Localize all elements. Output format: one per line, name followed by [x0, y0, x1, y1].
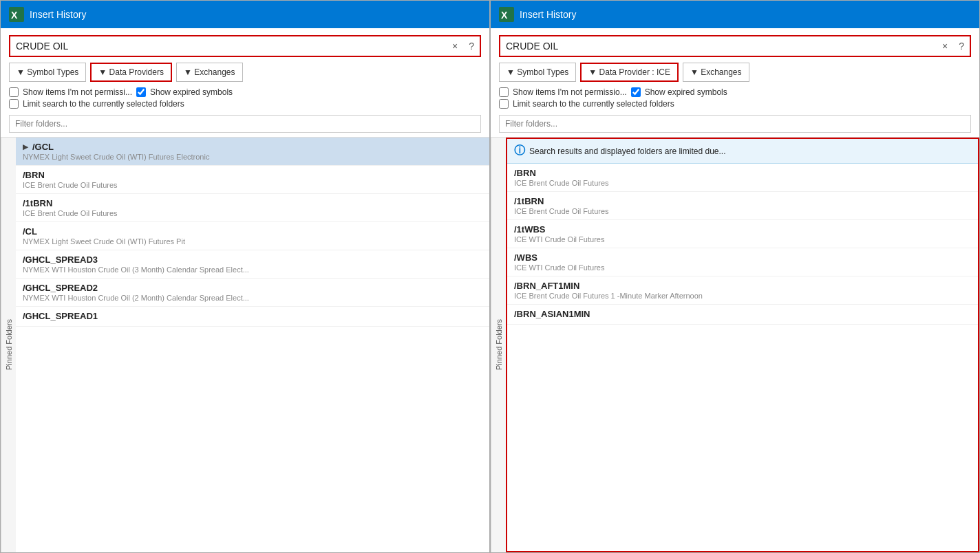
titlebar-2: X Insert History [491, 1, 979, 28]
alert-text: Search results and displayed folders are… [529, 147, 726, 156]
list-item[interactable]: /BRN_AFT1MIN ICE Brent Crude Oil Futures… [507, 276, 978, 305]
list-item[interactable]: /CL NYMEX Light Sweet Crude Oil (WTI) Fu… [16, 222, 489, 250]
search-row-1: × ? [9, 35, 481, 57]
checkboxes-row-2: Show items I'm not permissio... Show exp… [499, 87, 971, 111]
data-providers-dropdown-1[interactable]: ▼ Data Providers [90, 63, 172, 82]
exchanges-dropdown-1[interactable]: ▼ Exchanges [176, 63, 243, 82]
checkbox-line-2b: Limit search to the currently selected f… [499, 99, 971, 109]
list-item[interactable]: /1tBRN ICE Brent Crude Oil Futures [507, 192, 978, 220]
checkbox-line-1b: Limit search to the currently selected f… [9, 99, 481, 109]
list-item[interactable]: /GHCL_SPREAD1 [16, 307, 489, 327]
list-items-1: ▶ /GCL NYMEX Light Sweet Crude Oil (WTI)… [16, 138, 489, 552]
expired-symbols-label-1: Show expired symbols [150, 87, 233, 97]
expired-symbols-checkbox-2[interactable] [631, 87, 641, 97]
pinned-folders-label-1: Pinned Folders [1, 138, 16, 552]
item-desc: ICE Brent Crude Oil Futures 1 -Minute Ma… [514, 292, 971, 300]
item-desc: NYMEX Light Sweet Crude Oil (WTI) Future… [23, 237, 482, 246]
item-name: ▶ /GCL [23, 142, 482, 152]
checkbox-line-2a: Show items I'm not permissio... Show exp… [499, 87, 971, 97]
clear-button-1[interactable]: × [447, 38, 463, 54]
item-desc: NYMEX WTI Houston Crude Oil (2 Month) Ca… [23, 294, 482, 302]
item-desc: NYMEX WTI Houston Crude Oil (3 Month) Ca… [23, 265, 482, 274]
item-name: /BRN [514, 168, 971, 178]
excel-icon-2: X [499, 7, 514, 22]
search-input-1[interactable] [10, 36, 447, 56]
window-1: X Insert History × ? ▼ Symbol Types ▼ Da… [0, 0, 490, 553]
expired-symbols-checkbox-1[interactable] [136, 87, 146, 97]
help-button-1[interactable]: ? [463, 38, 480, 54]
item-desc: ICE Brent Crude Oil Futures [514, 207, 971, 215]
item-desc: NYMEX Light Sweet Crude Oil (WTI) Future… [23, 153, 482, 161]
titlebar-1: X Insert History [1, 1, 489, 28]
checkboxes-row-1: Show items I'm not permissi... Show expi… [9, 87, 481, 111]
item-name: /GHCL_SPREAD2 [23, 283, 482, 293]
list-items-2: ⓘ Search results and displayed folders a… [506, 138, 979, 552]
list-item[interactable]: /BRN_ASIAN1MIN [507, 305, 978, 325]
item-name: /BRN [23, 170, 482, 180]
window-title-2: Insert History [520, 9, 576, 20]
item-name: /GHCL_SPREAD1 [23, 311, 482, 321]
item-name: /1tBRN [514, 196, 971, 206]
list-area-2: Pinned Folders ⓘ Search results and disp… [491, 137, 979, 552]
list-item[interactable]: /1tBRN ICE Brent Crude Oil Futures [16, 194, 489, 222]
pinned-folders-label-2: Pinned Folders [491, 138, 506, 552]
item-name: /GHCL_SPREAD3 [23, 254, 482, 265]
list-item[interactable]: /BRN ICE Brent Crude Oil Futures [507, 164, 978, 192]
filters-row-2: ▼ Symbol Types ▼ Data Provider : ICE ▼ E… [499, 63, 971, 82]
excel-icon-1: X [9, 7, 24, 22]
data-providers-dropdown-2[interactable]: ▼ Data Provider : ICE [580, 63, 679, 82]
not-permissioned-label-1: Show items I'm not permissi... [23, 87, 132, 97]
item-name: /BRN_ASIAN1MIN [514, 309, 971, 319]
filter-folders-input-1[interactable] [9, 115, 481, 133]
item-name: /CL [23, 226, 482, 237]
list-item[interactable]: /BRN ICE Brent Crude Oil Futures [16, 166, 489, 194]
list-area-1: Pinned Folders ▶ /GCL NYMEX Light Sweet … [1, 137, 489, 552]
svg-text:X: X [501, 10, 508, 21]
symbol-types-dropdown-2[interactable]: ▼ Symbol Types [499, 63, 576, 82]
content-area-1: × ? ▼ Symbol Types ▼ Data Providers ▼ Ex… [1, 28, 489, 137]
limit-search-checkbox-1[interactable] [9, 99, 19, 109]
item-desc: ICE Brent Crude Oil Futures [23, 209, 482, 217]
list-item[interactable]: /GHCL_SPREAD2 NYMEX WTI Houston Crude Oi… [16, 279, 489, 307]
clear-button-2[interactable]: × [937, 38, 953, 54]
item-desc: ICE Brent Crude Oil Futures [23, 181, 482, 189]
not-permissioned-checkbox-1[interactable] [9, 87, 19, 97]
filters-row-1: ▼ Symbol Types ▼ Data Providers ▼ Exchan… [9, 63, 481, 82]
list-item[interactable]: /GHCL_SPREAD3 NYMEX WTI Houston Crude Oi… [16, 250, 489, 279]
not-permissioned-label-2: Show items I'm not permissio... [513, 87, 627, 97]
limit-search-label-1: Limit search to the currently selected f… [23, 99, 184, 109]
item-name: /WBS [514, 252, 971, 263]
window-title-1: Insert History [30, 9, 86, 20]
item-name: /1tBRN [23, 198, 482, 208]
search-input-2[interactable] [500, 36, 937, 56]
item-desc: ICE WTI Crude Oil Futures [514, 235, 971, 243]
exchanges-dropdown-2[interactable]: ▼ Exchanges [683, 63, 749, 82]
item-name: /BRN_AFT1MIN [514, 281, 971, 291]
limit-search-label-2: Limit search to the currently selected f… [513, 99, 674, 109]
expired-symbols-label-2: Show expired symbols [645, 87, 727, 97]
window-2: X Insert History × ? ▼ Symbol Types ▼ Da… [490, 0, 980, 553]
alert-bar: ⓘ Search results and displayed folders a… [507, 139, 978, 164]
item-desc: ICE WTI Crude Oil Futures [514, 263, 971, 272]
alert-icon: ⓘ [514, 144, 525, 158]
list-item[interactable]: /1tWBS ICE WTI Crude Oil Futures [507, 220, 978, 248]
content-area-2: × ? ▼ Symbol Types ▼ Data Provider : ICE… [491, 28, 979, 137]
limit-search-checkbox-2[interactable] [499, 99, 509, 109]
not-permissioned-checkbox-2[interactable] [499, 87, 509, 97]
list-item[interactable]: ▶ /GCL NYMEX Light Sweet Crude Oil (WTI)… [16, 138, 489, 166]
checkbox-line-1a: Show items I'm not permissi... Show expi… [9, 87, 481, 97]
expand-icon: ▶ [23, 143, 28, 151]
filter-folders-input-2[interactable] [499, 115, 971, 133]
list-item[interactable]: /WBS ICE WTI Crude Oil Futures [507, 248, 978, 276]
item-name: /1tWBS [514, 224, 971, 235]
help-button-2[interactable]: ? [953, 38, 970, 54]
svg-text:X: X [11, 10, 18, 21]
search-row-2: × ? [499, 35, 971, 57]
item-desc: ICE Brent Crude Oil Futures [514, 179, 971, 187]
symbol-types-dropdown-1[interactable]: ▼ Symbol Types [9, 63, 86, 82]
